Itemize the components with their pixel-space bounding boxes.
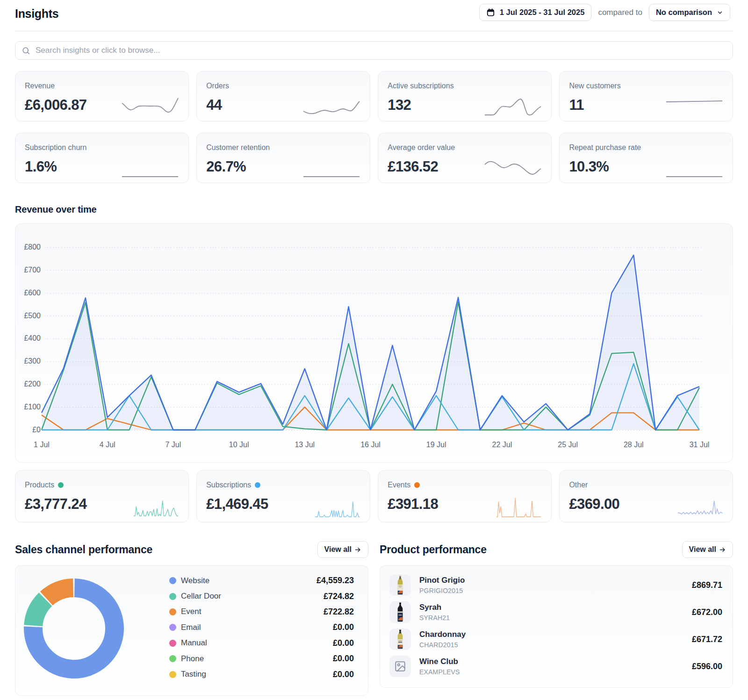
svg-text:10 Jul: 10 Jul — [229, 441, 249, 449]
svg-text:16 Jul: 16 Jul — [360, 441, 381, 449]
svg-text:£300: £300 — [24, 357, 41, 365]
svg-text:22 Jul: 22 Jul — [492, 441, 512, 449]
svg-text:£400: £400 — [24, 334, 41, 342]
svg-text:25 Jul: 25 Jul — [558, 441, 578, 449]
svg-text:19 Jul: 19 Jul — [426, 441, 446, 449]
svg-text:£600: £600 — [24, 289, 41, 297]
svg-text:4 Jul: 4 Jul — [100, 441, 115, 449]
svg-text:£0: £0 — [32, 426, 41, 434]
svg-text:£100: £100 — [24, 403, 41, 411]
svg-text:28 Jul: 28 Jul — [624, 441, 644, 449]
svg-text:£700: £700 — [24, 266, 41, 274]
svg-text:£800: £800 — [24, 243, 41, 251]
svg-text:31 Jul: 31 Jul — [690, 441, 710, 449]
svg-text:£200: £200 — [24, 380, 41, 388]
svg-text:13 Jul: 13 Jul — [295, 441, 315, 449]
svg-text:7 Jul: 7 Jul — [165, 441, 181, 449]
svg-text:1 Jul: 1 Jul — [34, 441, 50, 449]
svg-text:£500: £500 — [24, 312, 41, 320]
